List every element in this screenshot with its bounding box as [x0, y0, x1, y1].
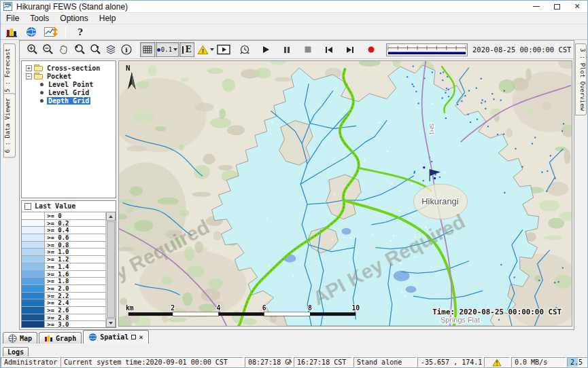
- record-icon[interactable]: [364, 42, 379, 57]
- tree-node-cross-section[interactable]: + Cross-section: [22, 64, 116, 72]
- layers-icon[interactable]: [103, 42, 118, 57]
- legend-row[interactable]: >= 0.6: [22, 234, 105, 242]
- legend-row[interactable]: >= 2.4: [22, 299, 105, 307]
- warning-triangle-icon: !: [492, 358, 502, 367]
- zoom-next-icon[interactable]: [88, 42, 103, 57]
- last-value-checkbox[interactable]: [24, 203, 31, 210]
- legend-row[interactable]: >= 1.4: [22, 263, 105, 271]
- legend-body: >= 0>= 0.2>= 0.4>= 0.6>= 0.8>= 1.0>= 1.2…: [22, 212, 116, 327]
- maximize-button[interactable]: [547, 1, 567, 12]
- legend-row[interactable]: >= 1.6: [22, 271, 105, 278]
- menu-file[interactable]: File: [1, 14, 24, 23]
- legend-scrollbar[interactable]: [105, 212, 116, 327]
- tab-restore-icon[interactable]: [131, 335, 136, 339]
- tab-data-viewer[interactable]: 6 : Data Viewer: [3, 93, 16, 158]
- pause-icon[interactable]: [279, 42, 294, 57]
- legend-row[interactable]: >= 1.2: [22, 256, 105, 263]
- pan-hand-icon[interactable]: [56, 42, 71, 57]
- skip-to-end-icon[interactable]: [343, 42, 358, 57]
- warning-triangle-icon: !: [197, 45, 209, 55]
- app-logo-icon: [3, 2, 12, 11]
- expand-icon[interactable]: +: [26, 65, 32, 71]
- legend-row[interactable]: >= 0.8: [22, 242, 105, 249]
- locality-label: Springs Flat: [440, 316, 480, 324]
- collapse-icon[interactable]: −: [26, 73, 32, 79]
- legend-value-label: >= 0.4: [45, 227, 105, 234]
- legend-value-label: >= 0.8: [45, 242, 105, 249]
- last-value-label: Last Value: [35, 202, 75, 210]
- tab-spatial[interactable]: Spatial ✕: [83, 330, 149, 344]
- tab-plot-overview[interactable]: 3 : Plot Overview: [575, 43, 587, 115]
- tree-node-pocket[interactable]: − Pocket: [22, 72, 116, 80]
- threshold-dot-icon: [157, 48, 160, 52]
- toolbar-separator: [65, 26, 66, 37]
- movie-player-icon[interactable]: [216, 42, 231, 57]
- legend-value-label: >= 2.2: [45, 293, 105, 299]
- scroll-up-icon[interactable]: [106, 212, 116, 221]
- close-button[interactable]: ✕: [567, 1, 587, 12]
- grid-toggle-icon[interactable]: [140, 42, 155, 57]
- status-memory: 2.5 GB: [567, 357, 587, 367]
- legend-row[interactable]: >= 1.0: [22, 249, 105, 256]
- legend-row[interactable]: >= 0: [22, 213, 105, 220]
- tree-node-level-point[interactable]: Level Point: [22, 80, 116, 88]
- tree-node-label: Pocket: [46, 73, 73, 80]
- map-canvas[interactable]: API Key Required API Key Required SH1 Hi…: [118, 60, 572, 327]
- scale-tick-label: 6: [262, 304, 266, 312]
- legend-swatch: [22, 321, 45, 327]
- status-mode: Stand alone: [353, 357, 416, 367]
- timeline-slider[interactable]: [386, 43, 468, 56]
- logs-button[interactable]: Logs: [3, 347, 29, 357]
- scale-tick-label: 2: [171, 304, 175, 312]
- menu-help[interactable]: Help: [94, 14, 122, 23]
- status-warning[interactable]: !: [484, 357, 510, 367]
- tree-node-depth-grid[interactable]: Depth Grid: [22, 96, 116, 105]
- label-ruler-button[interactable]: E: [179, 42, 194, 57]
- tab-graph[interactable]: Graph: [39, 332, 82, 344]
- toolbar-separator: [137, 44, 137, 55]
- skip-to-start-icon[interactable]: [322, 42, 336, 57]
- globe-icon[interactable]: [24, 25, 39, 39]
- scroll-down-icon[interactable]: [106, 318, 116, 327]
- legend-row[interactable]: >= 2.8: [22, 314, 105, 322]
- legend-value-label: >= 0: [45, 213, 105, 219]
- warning-dropdown[interactable]: !: [195, 42, 215, 57]
- menu-options[interactable]: Options: [54, 14, 93, 23]
- legend-swatch: [22, 249, 45, 255]
- spatial-globe-icon: [88, 333, 97, 342]
- legend-row[interactable]: >= 0.4: [22, 227, 105, 234]
- zoom-previous-icon[interactable]: [72, 42, 87, 57]
- zoom-out-icon[interactable]: [41, 42, 56, 57]
- help-button[interactable]: ?: [73, 25, 88, 39]
- legend-row[interactable]: >= 2.2: [22, 293, 105, 300]
- leaf-bullet-icon: [40, 91, 44, 94]
- tab-close-icon[interactable]: ✕: [139, 334, 143, 341]
- legend-row[interactable]: >= 0.2: [22, 220, 105, 227]
- menu-tools[interactable]: Tools: [24, 14, 54, 23]
- scroll-thumb[interactable]: [107, 221, 115, 318]
- info-icon[interactable]: i: [119, 42, 134, 57]
- timeline-current-time: 2020-08-25 00:00:00 CST: [472, 45, 572, 54]
- zoom-in-icon[interactable]: [25, 42, 40, 57]
- tab-map[interactable]: Map: [3, 332, 37, 344]
- stop-icon[interactable]: [300, 42, 315, 57]
- svg-text:km: km: [126, 304, 134, 312]
- spatial-display-icon[interactable]: [44, 25, 58, 39]
- legend-value-label: >= 0.2: [45, 220, 105, 227]
- database-bars-icon[interactable]: [4, 25, 19, 39]
- minimize-button[interactable]: [526, 1, 547, 12]
- play-icon[interactable]: [258, 42, 273, 57]
- road-label: SH1: [428, 124, 435, 135]
- legend-row[interactable]: >= 2.0: [22, 285, 105, 293]
- legend-row[interactable]: >= 1.8: [22, 278, 105, 285]
- tree-node-level-grid[interactable]: Level Grid: [22, 88, 116, 96]
- legend-row[interactable]: >= 2.6: [22, 307, 105, 314]
- legend-rows: >= 0>= 0.2>= 0.4>= 0.6>= 0.8>= 1.0>= 1.2…: [22, 212, 105, 327]
- bottom-tab-bar: Map Graph Spatial ✕: [1, 330, 587, 344]
- legend-row[interactable]: >= 3.0: [22, 321, 105, 327]
- threshold-dropdown[interactable]: 0.1: [156, 42, 179, 57]
- tab-forecast[interactable]: 5 : Forecast: [3, 43, 16, 97]
- animation-settings-icon[interactable]: [237, 42, 252, 57]
- svg-text:!: !: [202, 48, 204, 54]
- leaf-bullet-icon: [40, 99, 44, 103]
